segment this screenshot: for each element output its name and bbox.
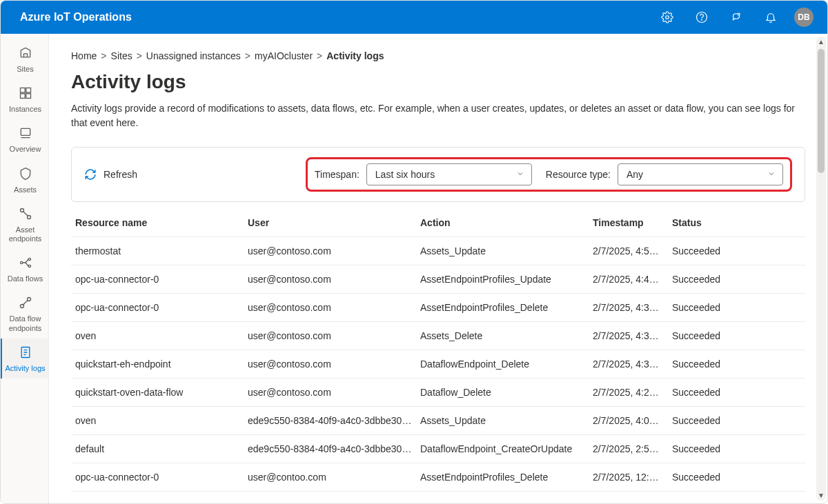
sidebar-item-label: Instances (9, 105, 41, 114)
cell-status: Succeeded (672, 302, 769, 313)
cell-timestamp: 2/7/2025, 4:31:… (593, 302, 672, 313)
svg-point-0 (666, 16, 669, 19)
table-row[interactable]: ovenuser@contoso.comAssets_Delete2/7/202… (71, 322, 805, 350)
feedback-icon[interactable] (725, 6, 747, 28)
breadcrumb-link[interactable]: Home (71, 50, 97, 61)
sidebar-item-label: Sites (17, 65, 33, 74)
cell-timestamp: 2/7/2025, 4:30:… (593, 359, 672, 370)
vertical-scrollbar[interactable]: ▲ ▼ (816, 37, 826, 501)
cell-user: user@contoo.com (248, 472, 420, 483)
table-row[interactable]: thermostatuser@contoso.comAssets_Update2… (71, 237, 805, 265)
cell-resource-name: opc-ua-connector-0 (75, 274, 248, 285)
cell-action: Assets_Update (420, 415, 593, 426)
cell-status: Succeeded (672, 387, 769, 398)
sidebar-item-instances[interactable]: Instances (1, 79, 48, 119)
cell-resource-name: opc-ua-connector-0 (75, 472, 248, 483)
cell-timestamp: 2/7/2025, 12:5… (593, 472, 672, 483)
cell-user: ede9c550-8384-40f9-a4c0-3dbbe30… (248, 415, 420, 426)
sidebar-item-activity-logs[interactable]: Activity logs (1, 339, 48, 379)
col-user[interactable]: User (248, 217, 420, 228)
cell-action: DataflowEndpoint_CreateOrUpdate (420, 443, 593, 454)
col-timestamp[interactable]: Timestamp (593, 217, 672, 228)
sidebar-item-sites[interactable]: Sites (1, 39, 48, 79)
activity-logs-icon (19, 345, 32, 361)
breadcrumb-separator: > (137, 50, 142, 61)
sidebar-item-asset-endpoints[interactable]: Asset endpoints (1, 200, 48, 249)
asset-endpoints-icon (19, 207, 32, 223)
col-status[interactable]: Status (672, 217, 769, 228)
chevron-down-icon (516, 169, 524, 180)
breadcrumb-link[interactable]: Sites (111, 50, 132, 61)
scroll-down-arrow[interactable]: ▼ (818, 492, 825, 499)
timespan-label: Timespan: (315, 169, 359, 180)
cell-resource-name: default (75, 443, 248, 454)
avatar[interactable]: DB (794, 8, 814, 27)
activity-log-table: Resource name User Action Timestamp Stat… (71, 209, 805, 492)
svg-point-3 (738, 13, 740, 15)
overview-icon (19, 126, 32, 142)
scroll-up-arrow[interactable]: ▲ (818, 38, 825, 46)
breadcrumb-separator: > (101, 50, 106, 61)
cell-timestamp: 2/7/2025, 4:52:… (593, 245, 672, 256)
filter-bar: Refresh Timespan: Last six hours Reso (71, 147, 805, 202)
scrollbar-thumb[interactable] (818, 49, 825, 173)
cell-action: DataflowEndpoint_Delete (420, 359, 593, 370)
resource-type-select[interactable]: Any (618, 163, 783, 185)
refresh-icon (84, 168, 97, 181)
sidebar-item-dataflows[interactable]: Data flows (1, 249, 48, 289)
notifications-icon[interactable] (760, 6, 782, 28)
table-row[interactable]: quickstart-eh-endpointuser@contoso.comDa… (71, 350, 805, 379)
breadcrumb-link[interactable]: myAIOcluster (255, 50, 313, 61)
cell-resource-name: oven (75, 330, 248, 341)
cell-timestamp: 2/7/2025, 4:29:… (593, 387, 672, 398)
cell-action: AssetEndpointProfiles_Update (420, 274, 593, 285)
timespan-select[interactable]: Last six hours (366, 163, 532, 185)
sidebar-item-label: Activity logs (5, 364, 45, 373)
svg-rect-4 (20, 88, 25, 93)
topbar: Azure IoT Operations DB (1, 1, 827, 34)
sidebar-item-label: Data flows (8, 274, 43, 283)
help-icon[interactable] (691, 6, 713, 28)
dataflow-endpoints-icon (19, 296, 32, 312)
refresh-button[interactable]: Refresh (84, 168, 137, 181)
svg-rect-5 (26, 88, 30, 93)
breadcrumb: Home>Sites>Unassigned instances>myAIOclu… (71, 50, 805, 61)
page-description: Activity logs provide a record of modifi… (71, 101, 805, 130)
svg-point-1 (697, 12, 707, 23)
sidebar-item-overview[interactable]: Overview (1, 119, 48, 159)
timespan-value: Last six hours (375, 169, 435, 180)
sites-icon (19, 46, 32, 62)
cell-resource-name: quickstart-eh-endpoint (75, 359, 248, 370)
cell-user: user@contoso.com (248, 245, 420, 256)
table-row[interactable]: opc-ua-connector-0user@contoso.comAssetE… (71, 294, 805, 322)
table-row[interactable]: ovenede9c550-8384-40f9-a4c0-3dbbe30…Asse… (71, 407, 805, 435)
table-row[interactable]: opc-ua-connector-0user@contoo.comAssetEn… (71, 463, 805, 492)
cell-action: AssetEndpointProfiles_Delete (420, 472, 593, 483)
cell-user: user@contoso.com (248, 330, 420, 341)
breadcrumb-link[interactable]: Unassigned instances (146, 50, 241, 61)
settings-icon[interactable] (656, 6, 678, 28)
col-resource-name[interactable]: Resource name (75, 217, 248, 228)
breadcrumb-separator: > (317, 50, 322, 61)
cell-user: user@contoso.com (248, 359, 420, 370)
table-row[interactable]: opc-ua-connector-0user@contoso.comAssetE… (71, 265, 805, 294)
cell-status: Succeeded (672, 472, 769, 483)
cell-status: Succeeded (672, 330, 769, 341)
svg-point-13 (28, 265, 30, 267)
cell-resource-name: thermostat (75, 245, 248, 256)
sidebar: Sites Instances Overview Assets Asset en… (1, 34, 49, 503)
instances-icon (19, 86, 32, 102)
svg-point-11 (20, 261, 22, 263)
table-row[interactable]: defaultede9c550-8384-40f9-a4c0-3dbbe30…D… (71, 435, 805, 463)
table-row[interactable]: quickstart-oven-data-flowuser@contoso.co… (71, 379, 805, 407)
sidebar-item-dataflow-endpoints[interactable]: Data flow endpoints (1, 289, 48, 338)
sidebar-item-assets[interactable]: Assets (1, 160, 48, 200)
cell-user: user@contoso.com (248, 302, 420, 313)
app-title: Azure IoT Operations (20, 11, 132, 23)
breadcrumb-current: Activity logs (326, 50, 384, 61)
svg-point-12 (28, 258, 30, 260)
cell-user: user@contoso.com (248, 387, 420, 398)
cell-resource-name: opc-ua-connector-0 (75, 302, 248, 313)
col-action[interactable]: Action (420, 217, 593, 228)
sidebar-item-label: Data flow endpoints (5, 314, 46, 332)
